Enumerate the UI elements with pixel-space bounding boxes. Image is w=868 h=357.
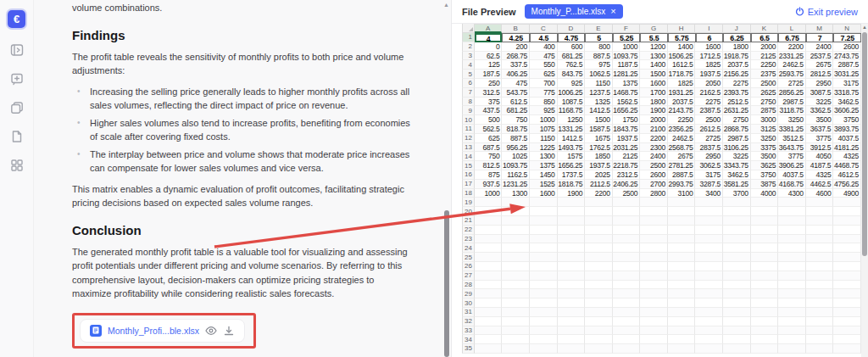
cell-L14[interactable]: 3775	[778, 152, 806, 161]
cell-M10[interactable]: 3500	[806, 115, 834, 125]
cell-M1[interactable]: 7	[806, 33, 834, 42]
cell-D5[interactable]: 843.75	[558, 70, 586, 79]
preview-file-tab[interactable]: Monthly_P...ble.xlsx ×	[525, 4, 623, 19]
cell-D21[interactable]	[558, 216, 586, 226]
cell-M20[interactable]	[806, 207, 834, 216]
cell-K23[interactable]	[751, 235, 779, 244]
cell-B26[interactable]	[502, 262, 530, 271]
cell-N27[interactable]	[833, 271, 861, 281]
cell-B7[interactable]: 543.75	[502, 88, 530, 98]
cell-M9[interactable]: 3362.5	[806, 106, 834, 115]
cell-A25[interactable]	[475, 253, 503, 262]
cell-E15[interactable]: 1937.5	[585, 161, 613, 170]
cell-D33[interactable]	[558, 326, 586, 336]
row-header-11[interactable]: 11	[462, 125, 475, 134]
row-header-24[interactable]: 24	[462, 243, 475, 253]
cell-G33[interactable]	[640, 326, 668, 336]
cell-G35[interactable]	[640, 344, 668, 354]
cell-L12[interactable]: 3512.5	[778, 134, 806, 143]
cell-I6[interactable]: 2050	[695, 79, 723, 88]
cell-L17[interactable]: 4168.75	[778, 180, 806, 189]
cell-C10[interactable]: 1000	[530, 115, 558, 125]
cell-J33[interactable]	[723, 326, 751, 336]
cell-G19[interactable]	[640, 198, 668, 207]
cell-E3[interactable]: 887.5	[585, 52, 613, 61]
cell-E13[interactable]: 1762.5	[585, 143, 613, 153]
cell-I12[interactable]: 2725	[695, 134, 723, 143]
cell-J19[interactable]	[723, 198, 751, 207]
cell-H11[interactable]: 2356.25	[668, 125, 696, 134]
cell-N34[interactable]	[833, 335, 861, 344]
cell-D9[interactable]: 1168.75	[558, 106, 586, 115]
cell-D16[interactable]: 1737.5	[558, 170, 586, 180]
cell-G22[interactable]	[640, 226, 668, 235]
row-header-17[interactable]: 17	[462, 180, 475, 189]
cell-J28[interactable]	[723, 281, 751, 290]
cell-D2[interactable]: 600	[558, 42, 586, 52]
cell-N14[interactable]: 4325	[833, 152, 861, 161]
row-header-8[interactable]: 8	[462, 98, 475, 107]
row-header-21[interactable]: 21	[462, 216, 475, 226]
cell-A23[interactable]	[475, 235, 503, 244]
cell-F32[interactable]	[613, 317, 641, 326]
cell-F8[interactable]: 1562.5	[613, 98, 641, 107]
cell-F17[interactable]: 2406.25	[613, 180, 641, 189]
cell-D10[interactable]: 1250	[558, 115, 586, 125]
cell-L7[interactable]: 2856.25	[778, 88, 806, 98]
row-header-29[interactable]: 29	[462, 289, 475, 298]
cell-N11[interactable]: 3893.75	[833, 125, 861, 134]
cell-B10[interactable]: 750	[502, 115, 530, 125]
cell-G29[interactable]	[640, 289, 668, 298]
cell-K34[interactable]	[751, 335, 779, 344]
cell-C8[interactable]: 850	[530, 98, 558, 107]
cell-J20[interactable]	[723, 207, 751, 216]
row-header-26[interactable]: 26	[462, 262, 475, 271]
cell-G11[interactable]: 2100	[640, 125, 668, 134]
cell-N1[interactable]: 7.25	[833, 33, 861, 42]
row-header-1[interactable]: 1	[462, 33, 475, 42]
cell-D4[interactable]: 762.5	[558, 60, 586, 70]
cell-M25[interactable]	[806, 253, 834, 262]
row-header-28[interactable]: 28	[462, 281, 475, 290]
cell-F1[interactable]: 5.25	[613, 33, 641, 42]
cell-K29[interactable]	[751, 289, 779, 298]
cell-H14[interactable]: 2675	[668, 152, 696, 161]
exit-preview-button[interactable]: Exit preview	[795, 7, 858, 17]
cell-A19[interactable]	[475, 198, 503, 207]
cell-E11[interactable]: 1587.5	[585, 125, 613, 134]
cell-K35[interactable]	[751, 344, 779, 354]
cell-C13[interactable]: 1225	[530, 143, 558, 153]
cell-M18[interactable]: 4600	[806, 189, 834, 198]
select-all-corner[interactable]	[462, 24, 475, 33]
cell-B14[interactable]: 1025	[502, 152, 530, 161]
row-header-5[interactable]: 5	[462, 70, 475, 79]
cell-N31[interactable]	[833, 308, 861, 317]
cell-B31[interactable]	[502, 308, 530, 317]
cell-J24[interactable]	[723, 243, 751, 253]
column-header-L[interactable]: L	[778, 24, 806, 33]
cell-A21[interactable]	[475, 216, 503, 226]
cell-L13[interactable]: 3643.75	[778, 143, 806, 153]
cell-J32[interactable]	[723, 317, 751, 326]
scroll-up-arrow-icon[interactable]: ▲	[443, 2, 449, 8]
cell-I30[interactable]	[695, 298, 723, 308]
cell-K32[interactable]	[751, 317, 779, 326]
cell-F10[interactable]: 1750	[613, 115, 641, 125]
cell-K7[interactable]: 2625	[751, 88, 779, 98]
file-attachment-chip[interactable]: Monthly_Profi...ble.xlsx	[80, 319, 245, 343]
cell-L30[interactable]	[778, 298, 806, 308]
cell-N33[interactable]	[833, 326, 861, 336]
cell-A9[interactable]: 437.5	[475, 106, 503, 115]
cell-H10[interactable]: 2250	[668, 115, 696, 125]
cell-G18[interactable]: 2800	[640, 189, 668, 198]
cell-N13[interactable]: 4181.25	[833, 143, 861, 153]
cell-F24[interactable]	[613, 243, 641, 253]
cell-C33[interactable]	[530, 326, 558, 336]
cell-C27[interactable]	[530, 271, 558, 281]
column-header-C[interactable]: C	[530, 24, 558, 33]
row-header-20[interactable]: 20	[462, 207, 475, 216]
cell-J23[interactable]	[723, 235, 751, 244]
cell-G24[interactable]	[640, 243, 668, 253]
cell-A31[interactable]	[475, 308, 503, 317]
cell-E30[interactable]	[585, 298, 613, 308]
